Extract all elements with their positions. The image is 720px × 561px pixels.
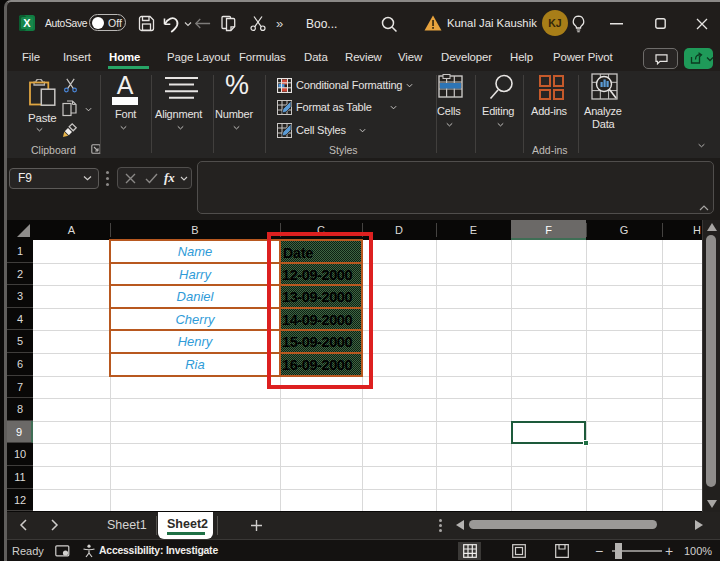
svg-text:X: X bbox=[23, 17, 31, 29]
